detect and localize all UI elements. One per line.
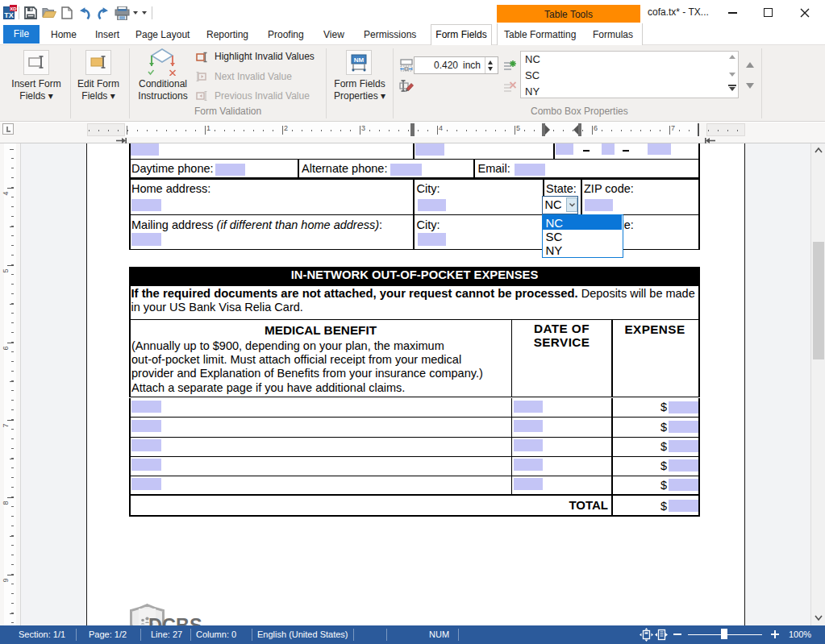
svg-text:DCBS: DCBS (148, 615, 202, 625)
svg-text:TX: TX (4, 11, 14, 19)
svg-text:NM: NM (354, 56, 365, 64)
svg-text:XD: XD (10, 6, 17, 11)
